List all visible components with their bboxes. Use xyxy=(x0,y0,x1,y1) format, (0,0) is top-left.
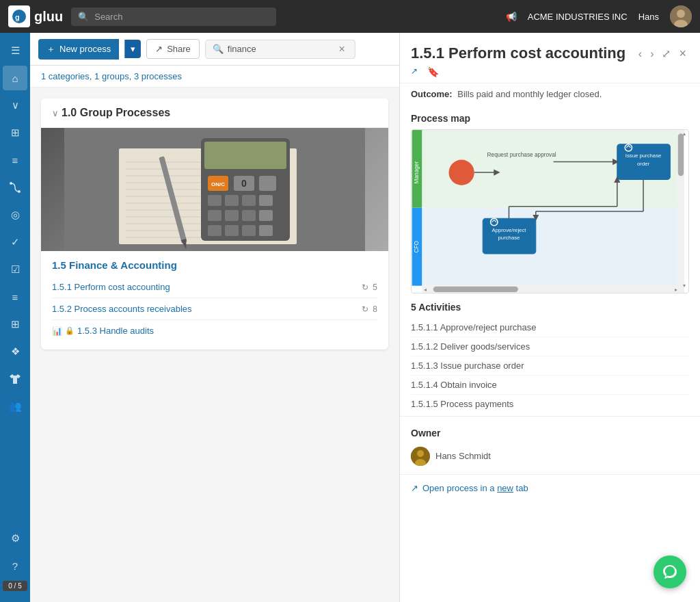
process-count-1: 5 xyxy=(373,283,377,292)
svg-rect-69 xyxy=(433,286,518,291)
sidebar-tshirt-icon[interactable] xyxy=(3,367,27,391)
process-map-container: Manager CFO Request purchase approval Is… xyxy=(411,129,689,293)
svg-point-5 xyxy=(10,182,12,185)
company-name: ACME INDUSTRIES INC xyxy=(528,12,628,22)
search-placeholder: Search xyxy=(94,12,122,22)
group-title: 1.0 Group Processes xyxy=(62,107,170,119)
sidebar-layers-icon[interactable]: ❖ xyxy=(3,339,27,364)
collapse-icon[interactable]: ∨ xyxy=(52,108,59,118)
open-in-tab-link[interactable]: ↗ Open process in a new tab xyxy=(400,474,700,501)
results-info: 1 categories, 1 groups, 3 processes xyxy=(30,66,399,88)
svg-rect-45 xyxy=(412,207,677,285)
activity-item-5: 1.5.1.5 Process payments xyxy=(411,395,689,413)
page-badge: 0 / 5 xyxy=(3,581,27,591)
user-name: Hans xyxy=(638,12,659,22)
panel-nav: ‹ › ⤢ × xyxy=(636,44,689,64)
sidebar-collapse-icon[interactable]: ∨ xyxy=(3,93,27,118)
filter-input[interactable] xyxy=(228,44,332,54)
filter-bar[interactable]: 🔍 × xyxy=(205,40,355,59)
process-map-svg: Manager CFO Request purchase approval Is… xyxy=(412,130,688,293)
logo-text: gluu xyxy=(34,9,63,25)
bookmark-icon[interactable]: 🔖 xyxy=(427,66,439,77)
open-tab-icon: ↗ xyxy=(411,483,418,493)
svg-rect-30 xyxy=(242,195,256,206)
user-avatar[interactable] xyxy=(670,5,692,27)
process-link-2[interactable]: 1.5.2 Process accounts receivables xyxy=(52,304,362,314)
lock-icon-3: 🔒 xyxy=(65,326,75,335)
refresh-icon-1: ↻ xyxy=(362,283,368,292)
svg-text:▸: ▸ xyxy=(675,287,677,293)
owner-section: Owner Hans Schmidt xyxy=(400,419,700,474)
svg-rect-36 xyxy=(208,225,221,236)
sidebar-menu-icon[interactable]: ☰ xyxy=(3,38,27,63)
svg-rect-22 xyxy=(204,142,286,169)
svg-text:Approve/reject: Approve/reject xyxy=(492,227,526,233)
sidebar-flow-icon[interactable] xyxy=(3,175,27,200)
sidebar-check-icon[interactable]: ✓ xyxy=(3,230,27,254)
panel-title-actions: ↗ 🔖 xyxy=(411,66,636,77)
global-search[interactable]: 🔍 Search xyxy=(71,8,276,26)
toolbar: ＋ New process ▾ ↗ Share 🔍 × xyxy=(30,33,399,66)
sidebar-list-icon[interactable]: ≡ xyxy=(3,148,27,172)
process-link-1[interactable]: 1.5.1 Perform cost accounting xyxy=(52,282,362,292)
svg-rect-29 xyxy=(225,195,239,206)
filter-close-button[interactable]: × xyxy=(336,43,348,55)
notification-icon[interactable]: 📢 xyxy=(506,12,517,22)
search-icon: 🔍 xyxy=(78,12,89,22)
new-process-dropdown-button[interactable]: ▾ xyxy=(124,40,141,58)
outcome-label: Outcome: xyxy=(411,89,453,99)
main-scroll-area[interactable]: ∨ 1.0 Group Processes xyxy=(30,88,399,602)
outcome-row: Outcome: Bills paid and monthly ledger c… xyxy=(400,83,700,105)
external-link-icon[interactable]: ↗ xyxy=(411,66,418,77)
svg-rect-67 xyxy=(678,133,684,176)
new-process-label: New process xyxy=(59,44,111,54)
sidebar-help-icon[interactable]: ? xyxy=(3,553,27,578)
categories-count: 1 categories xyxy=(41,71,90,81)
svg-text:ON/C: ON/C xyxy=(211,181,225,187)
process-link-3[interactable]: 1.5.3 Handle audits xyxy=(77,326,377,336)
sidebar-home-icon[interactable]: ⌂ xyxy=(3,66,27,90)
open-tab-label: Open process in a new tab xyxy=(422,483,528,493)
chart-icon-3: 📊 xyxy=(52,326,62,336)
panel-scroll-area[interactable]: Process map Manager CFO Request purchase… xyxy=(400,105,700,602)
panel-expand-button[interactable]: ⤢ xyxy=(659,44,673,64)
svg-text:▴: ▴ xyxy=(683,131,686,137)
sidebar-people-icon[interactable]: 👥 xyxy=(3,394,27,419)
sidebar-filter-icon[interactable]: ⚙ xyxy=(3,526,27,551)
subcategory-title: 1.5 Finance & Accounting xyxy=(52,259,377,271)
owner-avatar xyxy=(411,447,430,466)
new-process-button[interactable]: ＋ New process xyxy=(38,39,119,60)
owner-name: Hans Schmidt xyxy=(435,451,491,461)
svg-text:Manager: Manager xyxy=(414,161,420,183)
group-header: ∨ 1.0 Group Processes xyxy=(41,99,388,128)
plus-icon: ＋ xyxy=(46,43,55,55)
svg-text:purchase: purchase xyxy=(498,235,520,241)
sidebar-tasks-icon[interactable]: ☑ xyxy=(3,257,27,282)
svg-text:Issue purchase: Issue purchase xyxy=(625,153,662,159)
panel-header: 1.5.1 Perform cost accounting ↗ 🔖 ‹ › ⤢ … xyxy=(400,33,700,83)
subcategory: 1.5 Finance & Accounting 1.5.1 Perform c… xyxy=(41,251,388,350)
process-map-title: Process map xyxy=(400,105,700,129)
content-area: ＋ New process ▾ ↗ Share 🔍 × 1 categories… xyxy=(30,33,399,602)
processes-count: 3 processes xyxy=(134,71,182,81)
sidebar-target-icon[interactable]: ◎ xyxy=(3,202,27,227)
process-item-1: 1.5.1 Perform cost accounting ↻ 5 xyxy=(52,276,377,298)
svg-point-48 xyxy=(449,159,474,185)
share-button[interactable]: ↗ Share xyxy=(146,39,200,59)
share-label: Share xyxy=(167,44,191,54)
activity-item-1: 1.5.1.1 Approve/reject purchase xyxy=(411,318,689,337)
chat-fab[interactable] xyxy=(654,555,686,588)
svg-rect-31 xyxy=(259,195,273,206)
panel-next-button[interactable]: › xyxy=(647,44,656,64)
activity-item-3: 1.5.1.3 Issue purchase order xyxy=(411,356,689,376)
svg-text:CFO: CFO xyxy=(414,240,420,252)
svg-rect-35 xyxy=(259,210,273,221)
panel-close-button[interactable]: × xyxy=(676,44,689,64)
sidebar-grid2-icon[interactable]: ⊞ xyxy=(3,312,27,337)
panel-prev-button[interactable]: ‹ xyxy=(636,44,645,64)
groups-count: 1 groups xyxy=(94,71,129,81)
process-meta-2: ↻ 8 xyxy=(362,304,377,314)
refresh-icon-2: ↻ xyxy=(362,304,368,314)
sidebar-lines-icon[interactable]: ≡ xyxy=(3,285,27,309)
sidebar-grid-icon[interactable]: ⊞ xyxy=(3,120,27,145)
